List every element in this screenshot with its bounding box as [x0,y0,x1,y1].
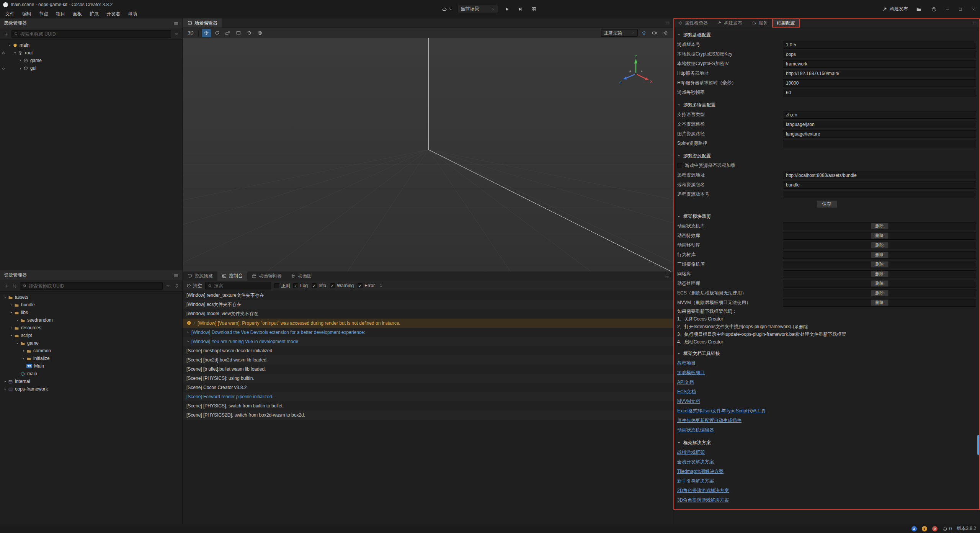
doc-link[interactable]: Tiledmap地图解决方案 [677,468,724,475]
log-row[interactable]: [Window] render_texture文件夹不存在 [183,291,673,300]
expand-toggle[interactable] [2,387,8,391]
asset-node-libs[interactable]: libs [0,309,183,316]
tab-scene-editor[interactable]: 场景编辑器 [183,18,222,28]
preview-platform-button[interactable] [442,5,454,14]
delete-module-button[interactable]: 删除 [871,261,889,268]
doc-link[interactable]: 全栈开发解决方案 [677,459,714,465]
open-preview-window-button[interactable] [529,5,539,14]
scrollbar-thumb[interactable] [977,435,979,455]
panel-menu-icon[interactable] [665,273,670,279]
asset-node-initialize[interactable]: initialize [0,355,183,362]
move-tool-button[interactable] [202,29,211,37]
field-input[interactable] [783,181,976,189]
play-button[interactable] [503,5,512,14]
maximize-button[interactable] [954,0,967,18]
scene-viewport[interactable]: Y X Z [183,38,673,271]
delete-module-button[interactable]: 删除 [871,252,889,258]
log-gutter[interactable] [186,320,196,325]
inspector-tab-2[interactable]: 服务 [747,18,772,28]
checkbox-icon[interactable] [293,283,298,288]
expand-toggle[interactable] [21,357,26,360]
expand-toggle[interactable] [15,342,20,345]
field-input[interactable] [783,140,976,147]
warning-count-badge[interactable]: 1 [922,526,927,531]
console-search-input[interactable] [214,283,268,288]
log-gutter[interactable] [186,340,190,343]
assets-search[interactable] [20,282,163,290]
log-row[interactable]: [Scene] Cocos Creator v3.8.2 [183,383,673,392]
scene-camera-button[interactable] [650,29,659,37]
log-row[interactable]: [Window] ecs文件夹不存在 [183,300,673,309]
log-row[interactable]: [Scene] Forward render pipeline initiali… [183,392,673,401]
menu-item-5[interactable]: 扩展 [86,9,103,18]
section-header[interactable]: 游戏多语言配置 [677,100,976,110]
delete-module-button[interactable]: 删除 [871,299,889,306]
expand-toggle[interactable] [8,334,14,337]
menu-item-1[interactable]: 编辑 [18,9,35,18]
field-input[interactable] [783,70,976,77]
create-node-button[interactable] [3,30,9,38]
scene-select[interactable]: 当前场景 [458,5,498,13]
expand-toggle[interactable] [8,326,14,330]
asset-node-oops-framework[interactable]: oops-framework [0,385,183,393]
doc-link[interactable]: Excel格式转Json文件与TypeScript代码工具 [677,408,766,414]
asset-node-Main[interactable]: TSMain [0,362,183,370]
field-input[interactable] [783,172,976,179]
checkbox-icon[interactable] [330,283,335,288]
asset-node-assets[interactable]: assets [0,293,183,301]
field-input[interactable] [783,191,976,198]
log-row[interactable]: [Scene] [b ullet]:bullet wasm lib loaded… [183,365,673,374]
delete-module-button[interactable]: 删除 [871,242,889,249]
doc-link[interactable]: 游戏模板项目 [677,370,705,376]
notification-badge[interactable]: 0 [942,526,952,531]
hierarchy-node-game[interactable]: game [0,57,183,64]
log-gutter[interactable] [186,330,190,334]
menu-item-6[interactable]: 开发者 [103,9,124,18]
clear-console-button[interactable]: 清空 [186,283,202,289]
expand-toggle[interactable] [2,380,8,383]
refresh-assets-button[interactable] [173,282,180,290]
menu-item-0[interactable]: 文件 [2,9,18,18]
asset-node-resources[interactable]: resources [0,324,183,332]
expand-toggle[interactable] [18,67,23,70]
hierarchy-filter-button[interactable] [173,30,180,38]
expand-toggle[interactable] [8,303,14,307]
doc-link[interactable]: ECS文档 [677,389,696,395]
section-header[interactable]: 框架模块裁剪 [677,211,976,221]
delete-module-button[interactable]: 删除 [871,232,889,239]
help-button[interactable] [929,5,939,14]
dimension-toggle-button[interactable]: 3D [186,29,195,37]
assets-filter-button[interactable] [165,282,171,290]
expand-toggle[interactable] [2,296,8,299]
build-publish-button[interactable]: 构建发布 [882,6,908,12]
asset-node-seedrandom[interactable]: seedrandom [0,316,183,324]
field-input[interactable] [783,89,976,96]
field-input[interactable] [783,60,976,68]
sort-assets-button[interactable] [11,282,18,290]
doc-link[interactable]: 新手引导解决方案 [677,478,714,484]
asset-node-game[interactable]: game [0,339,183,347]
delete-module-button[interactable]: 删除 [871,290,889,296]
doc-link[interactable]: 2D角色扮演游戏解决方案 [677,487,729,494]
error-count-badge[interactable]: 0 [932,526,938,531]
menu-item-4[interactable]: 面板 [69,9,86,18]
console-search[interactable] [205,282,271,289]
menu-item-3[interactable]: 项目 [52,9,69,18]
doc-link[interactable]: 动画状态机编辑器 [677,427,714,433]
navigation-gizmo[interactable]: Y X Z [617,54,655,92]
menu-item-2[interactable]: 节点 [35,9,52,18]
expand-toggle[interactable] [8,311,14,314]
field-input[interactable] [783,121,976,128]
render-mode-select[interactable]: 正常渲染 [601,29,638,37]
field-input[interactable] [783,51,976,58]
doc-link[interactable]: API文档 [677,379,694,386]
expand-toggle[interactable] [7,44,13,47]
create-asset-button[interactable] [3,282,9,290]
filter-warning[interactable]: Warning [330,283,354,288]
close-button[interactable] [967,0,980,18]
expand-toggle[interactable] [21,349,26,353]
save-button[interactable]: 保存 [817,200,837,208]
rotate-tool-button[interactable] [212,29,222,37]
log-row[interactable]: [Scene] [PHYSICS2D]: switch from box2d-w… [183,410,673,420]
inspector-tab-0[interactable]: 属性检查器 [673,18,712,28]
